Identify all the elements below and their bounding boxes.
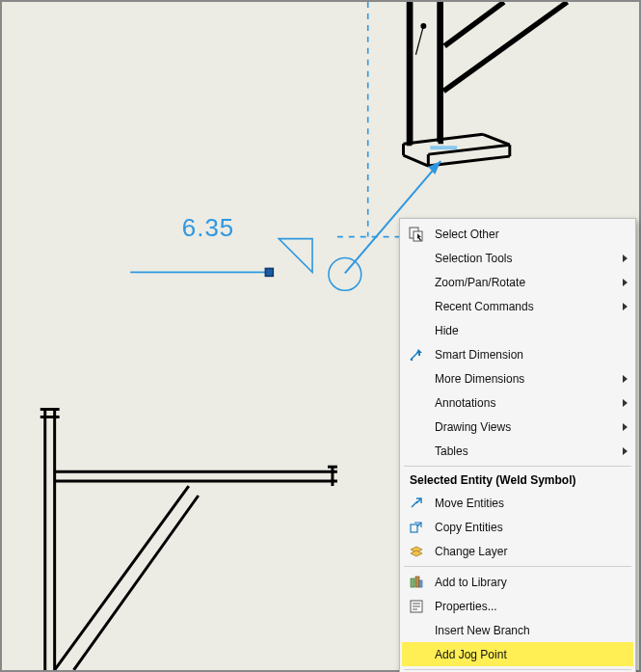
menu-label: Change Layer [435,545,628,558]
menu-separator [404,669,631,670]
menu-move-entities[interactable]: Move Entities [402,491,633,515]
menu-separator [404,566,631,567]
menu-drawing-views[interactable]: Drawing Views [402,415,633,439]
menu-label: Properties... [435,600,628,613]
leader-handle[interactable] [265,268,273,276]
weld-size-text[interactable]: 6.35 [182,214,234,241]
submenu-arrow-icon [623,279,628,286]
submenu-arrow-icon [623,399,628,407]
menu-label: Move Entities [435,497,628,510]
copy-entities-icon [406,519,427,536]
svg-rect-30 [411,578,414,587]
properties-icon [406,598,427,615]
menu-copy-entities[interactable]: Copy Entities [402,515,633,539]
menu-label: Tables [435,444,617,458]
svg-line-15 [74,496,199,670]
menu-label: Copy Entities [435,521,628,534]
menu-more-dimensions[interactable]: More Dimensions [402,366,633,390]
svg-line-14 [55,486,189,670]
svg-rect-22 [430,146,457,149]
menu-section-header: Selected Entity (Weld Symbol) [402,470,633,491]
viewport: 6.35 Select Other Selection Tools Zoom/P… [0,0,641,672]
menu-tables[interactable]: Tables [402,439,633,463]
submenu-arrow-icon [623,375,628,383]
smart-dimension-icon [406,346,427,363]
menu-recent-commands[interactable]: Recent Commands [402,294,633,318]
menu-change-layer[interactable]: Change Layer [402,539,633,563]
svg-line-3 [443,2,567,91]
submenu-arrow-icon [623,447,628,455]
svg-line-24 [415,26,423,55]
menu-properties[interactable]: Properties... [402,594,633,618]
svg-point-19 [329,257,361,290]
menu-add-jog-point[interactable]: Add Jog Point [402,642,633,666]
menu-label: Select Other [435,228,628,241]
submenu-arrow-icon [623,303,628,310]
menu-label: Hide [435,324,628,337]
change-layer-icon [406,543,427,560]
menu-separator [404,466,631,467]
menu-hide[interactable]: Hide [402,318,633,342]
menu-label: Selection Tools [435,252,617,265]
menu-label: Add to Library [435,576,628,589]
svg-rect-32 [419,580,422,587]
svg-line-2 [444,2,504,46]
menu-select-other[interactable]: Select Other [402,222,633,246]
menu-label: Zoom/Pan/Rotate [435,276,617,289]
svg-rect-31 [415,577,419,587]
menu-zoom-pan-rotate[interactable]: Zoom/Pan/Rotate [402,270,633,294]
menu-label: Add Jog Point [435,648,628,661]
add-to-library-icon [406,574,427,591]
svg-rect-29 [411,524,417,532]
menu-smart-dimension[interactable]: Smart Dimension [402,342,633,366]
submenu-arrow-icon [623,423,628,431]
select-other-icon [406,226,427,243]
svg-point-28 [411,358,413,360]
menu-label: Recent Commands [435,300,617,313]
move-entities-icon [406,495,427,512]
submenu-arrow-icon [623,255,628,262]
menu-label: Smart Dimension [435,348,628,362]
context-menu: Select Other Selection Tools Zoom/Pan/Ro… [399,218,636,672]
menu-label: Insert New Branch [435,624,628,637]
menu-label: Drawing Views [435,420,617,434]
menu-annotations[interactable]: Annotations [402,390,633,415]
menu-add-to-library[interactable]: Add to Library [402,570,633,594]
menu-selection-tools[interactable]: Selection Tools [402,246,633,270]
menu-insert-new-branch[interactable]: Insert New Branch [402,618,633,642]
menu-label: More Dimensions [435,372,617,386]
menu-label: Annotations [435,396,617,410]
